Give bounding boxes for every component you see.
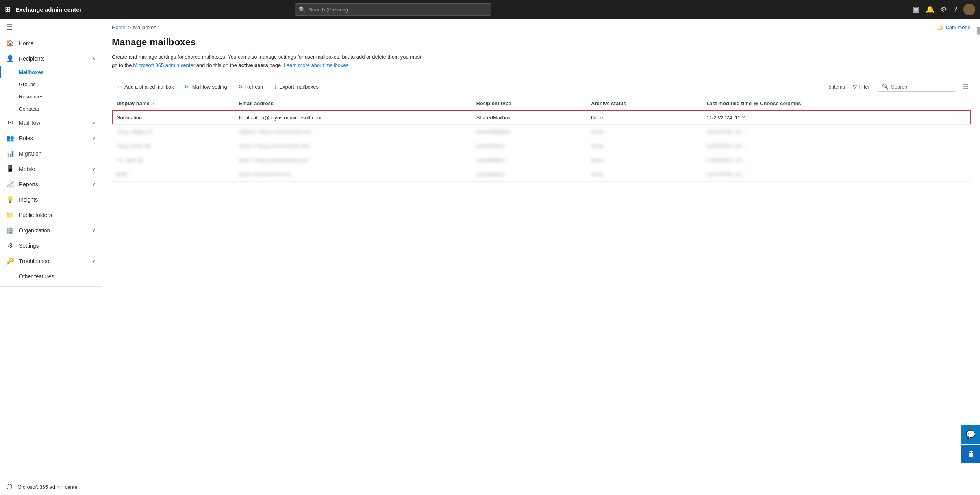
sidebar-item-reports[interactable]: 📈 Reports ∨ xyxy=(0,176,102,192)
topbar-icons: ▣ 🔔 ⚙ ? xyxy=(913,4,975,15)
sidebar-item-mail-flow[interactable]: ✉ Mail flow ∨ xyxy=(0,115,102,130)
page-title: Manage mailboxes xyxy=(112,37,971,48)
organization-icon: 🏢 xyxy=(6,226,14,234)
cell-last-modified: 11/08/2024, 10:... xyxy=(702,139,971,153)
cell-recipient-type: SharedMailbox xyxy=(472,124,586,139)
table-search-input[interactable] xyxy=(891,84,952,90)
grid-icon[interactable]: ⊞ xyxy=(5,5,11,14)
sidebar-item-organization-label: Organization xyxy=(19,227,50,234)
col-archive-status[interactable]: Archive status xyxy=(586,96,702,111)
col-recipient-label: Recipient type xyxy=(476,100,511,106)
col-email-address[interactable]: Email address xyxy=(234,96,472,111)
add-icon: + xyxy=(117,84,120,90)
table-search-icon: 🔍 xyxy=(882,83,889,90)
desc-bold-text: active users xyxy=(239,62,268,68)
fab-chat-button[interactable]: 💬 xyxy=(961,425,980,444)
breadcrumb-home[interactable]: Home xyxy=(112,24,126,30)
cell-email: Jack.Y linyus.onmicrosoft.com xyxy=(234,153,472,167)
export-icon: ↓ xyxy=(274,83,277,90)
global-search-box[interactable]: 🔍 xyxy=(295,3,491,16)
dark-mode-button[interactable]: 🌙 Dark mode xyxy=(937,24,971,30)
learn-more-link[interactable]: Learn more about mailboxes xyxy=(284,62,349,68)
export-mailboxes-button[interactable]: ↓ Export mailboxes xyxy=(269,81,323,92)
col-display-name[interactable]: Display name ↑ xyxy=(112,96,234,111)
gear-icon[interactable]: ⚙ xyxy=(941,5,947,14)
choose-columns-button[interactable]: ⊞ Choose columns xyxy=(754,100,801,106)
sidebar-item-migration[interactable]: 📊 Migration xyxy=(0,146,102,161)
table-search-box[interactable]: 🔍 xyxy=(878,82,956,92)
mailflow-setting-button[interactable]: ✉ Mailflow setting xyxy=(180,81,232,92)
cell-last-modified: 11/29/2024, 10:... xyxy=(702,153,971,167)
sidebar-collapse-button[interactable]: ☰ xyxy=(0,19,102,35)
col-email-label: Email address xyxy=(239,100,274,106)
organization-chevron-icon: ∨ xyxy=(92,228,96,233)
refresh-button[interactable]: ↻ Refresh xyxy=(233,81,268,92)
avatar[interactable] xyxy=(963,4,975,15)
table-row[interactable]: Yu, Jack JK Jack.Y linyus.onmicrosoft.co… xyxy=(112,153,971,167)
sidebar-item-settings[interactable]: ⚙ Settings xyxy=(0,238,102,253)
reports-chevron-icon: ∨ xyxy=(92,182,96,187)
mailboxes-table-body: Notification Notification@linyus.onmicro… xyxy=(112,110,971,181)
mailboxes-table-container: Display name ↑ Email address Recipient t… xyxy=(112,96,971,182)
column-options-button[interactable]: ☰ xyxy=(960,81,971,93)
cell-archive-status: None xyxy=(586,139,702,153)
fab-screen-button[interactable]: 🖥 xyxy=(961,445,980,463)
sidebar-item-mobile[interactable]: 📱 Mobile ∨ xyxy=(0,161,102,176)
global-search-input[interactable] xyxy=(309,7,487,13)
choose-cols-icon: ⊞ xyxy=(754,100,758,106)
table-row[interactable]: BHG linyus.onmicrosoft.com UserMailbox N… xyxy=(112,167,971,181)
public-folders-icon: 📁 xyxy=(6,211,14,219)
sidebar-item-home[interactable]: 🏠 Home xyxy=(0,35,102,51)
settings-icon: ⚙ xyxy=(6,242,14,249)
col-last-modified[interactable]: Last modified time ⊞ Choose columns xyxy=(702,96,971,110)
sidebar-sub-item-contacts[interactable]: Contacts xyxy=(0,103,102,115)
sort-arrow-icon: ↑ xyxy=(152,102,154,106)
help-icon[interactable]: ? xyxy=(953,6,957,14)
sidebar-item-mobile-label: Mobile xyxy=(19,166,35,172)
cell-display-name: Notification xyxy=(112,110,234,124)
screen-icon[interactable]: ▣ xyxy=(913,5,919,14)
col-recipient-type[interactable]: Recipient type xyxy=(472,96,586,111)
cell-email: linyus.onmicrosoft.com xyxy=(234,167,472,181)
sidebar-item-insights[interactable]: 💡 Insights xyxy=(0,192,102,207)
add-shared-mailbox-button[interactable]: + + Add a shared mailbox xyxy=(112,82,179,92)
cell-archive-status: None xyxy=(586,110,702,124)
sidebar-sub-item-mailboxes[interactable]: Mailboxes xyxy=(0,66,102,78)
m365-admin-link[interactable]: Microsoft 365 admin center xyxy=(133,62,195,68)
sidebar-item-migration-label: Migration xyxy=(19,150,42,157)
sidebar-item-other-features[interactable]: ☰ Other features xyxy=(0,269,102,284)
migration-icon: 📊 xyxy=(6,150,14,157)
table-row[interactable]: Yang, Jialiya JY Jialiya.Y linyus.onmicr… xyxy=(112,124,971,139)
table-header-row: Display name ↑ Email address Recipient t… xyxy=(112,96,971,111)
sidebar-sub-item-groups[interactable]: Groups xyxy=(0,78,102,91)
sidebar-sub-item-resources[interactable]: Resources xyxy=(0,91,102,103)
desc-text-2: and do this on the xyxy=(195,62,239,68)
table-row[interactable]: Notification Notification@linyus.onmicro… xyxy=(112,110,971,124)
other-features-icon: ☰ xyxy=(6,273,14,280)
roles-icon: 👥 xyxy=(6,134,14,142)
sidebar-item-reports-label: Reports xyxy=(19,181,38,187)
sidebar-item-roles[interactable]: 👥 Roles ∨ xyxy=(0,130,102,146)
sidebar-item-public-folders[interactable]: 📁 Public folders xyxy=(0,207,102,222)
sidebar-item-other-features-label: Other features xyxy=(19,273,54,280)
bell-icon[interactable]: 🔔 xyxy=(926,5,934,14)
table-row[interactable]: Yang, Sean SE Sean.Y linyus.onmicrosoft.… xyxy=(112,139,971,153)
sidebar-item-organization[interactable]: 🏢 Organization ∨ xyxy=(0,222,102,238)
cell-display-name: Yang, Jialiya JY xyxy=(112,124,234,139)
sidebar-item-m365[interactable]: ⬡ Microsoft 365 admin center xyxy=(0,478,102,495)
cell-email: Notification@linyus.onmicrosoft.com xyxy=(234,110,472,124)
mobile-chevron-icon: ∨ xyxy=(92,166,96,172)
sidebar-item-recipients-label: Recipients xyxy=(19,56,44,62)
cell-recipient-type: UserMailbox xyxy=(472,153,586,167)
main-content: Home > Mailboxes 🌙 Dark mode Manage mail… xyxy=(102,19,980,495)
troubleshoot-icon: 🔑 xyxy=(6,257,14,265)
items-count: 5 items xyxy=(828,84,845,90)
filter-button[interactable]: ▽ Filter xyxy=(849,82,874,92)
filter-label: Filter xyxy=(858,84,870,90)
sidebar-item-insights-label: Insights xyxy=(19,197,38,203)
app-title: Exchange admin center xyxy=(15,6,82,13)
sidebar-item-troubleshoot[interactable]: 🔑 Troubleshoot ∨ xyxy=(0,253,102,269)
search-icon: 🔍 xyxy=(299,6,306,13)
layout: ☰ 🏠 Home 👤 Recipients ∧ Mailboxes Groups… xyxy=(0,19,980,495)
sidebar-item-recipients[interactable]: 👤 Recipients ∧ xyxy=(0,51,102,66)
